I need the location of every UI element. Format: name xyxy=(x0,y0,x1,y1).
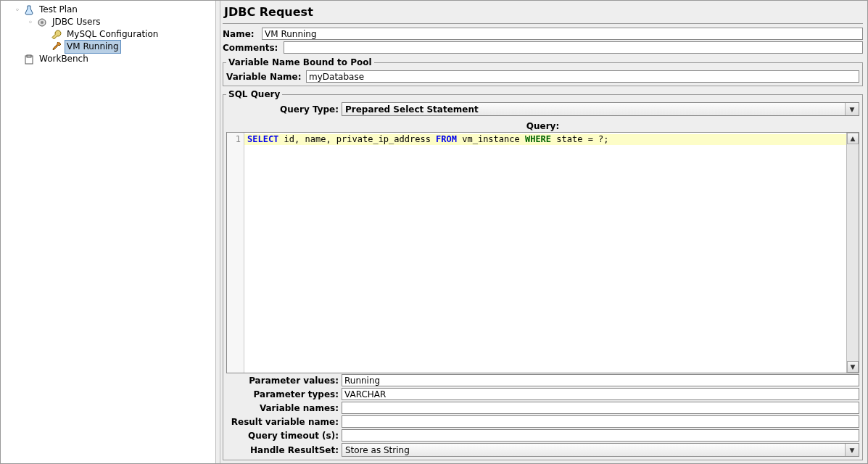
result-var-label: Result variable name: xyxy=(226,417,342,427)
query-type-combo[interactable]: Prepared Select Statement ▼ xyxy=(342,102,859,116)
variable-name-legend: Variable Name Bound to Pool xyxy=(226,57,374,67)
timeout-input[interactable] xyxy=(342,429,859,442)
svg-rect-3 xyxy=(27,55,31,57)
result-var-input[interactable] xyxy=(342,415,859,428)
name-row: Name: xyxy=(223,28,863,40)
chevron-down-icon[interactable]: ▼ xyxy=(845,444,859,456)
panel-title: JDBC Request xyxy=(223,2,863,24)
handle-rs-row: Handle ResultSet: Store as String ▼ xyxy=(226,443,859,457)
variable-name-group: Variable Name Bound to Pool Variable Nam… xyxy=(223,57,863,86)
query-section: Query: 1 SELECT id, name, private_ip_add… xyxy=(226,120,859,373)
var-names-row: Variable names: xyxy=(226,402,859,414)
handle-rs-value: Store as String xyxy=(342,445,845,455)
var-names-label: Variable names: xyxy=(226,403,342,413)
param-types-input[interactable] xyxy=(342,388,859,400)
tree-node-vm-running[interactable]: VM Running xyxy=(2,41,215,53)
tree-toggle-icon[interactable]: ◦ xyxy=(27,16,34,28)
param-values-input[interactable] xyxy=(342,374,859,386)
clipboard-icon xyxy=(22,54,36,65)
tree-label: WorkBench xyxy=(37,52,91,66)
comments-row: Comments: xyxy=(223,41,863,54)
wrench-icon xyxy=(50,29,63,41)
gear-icon xyxy=(36,17,49,28)
param-types-label: Parameter types: xyxy=(226,389,342,399)
query-editor[interactable]: 1 SELECT id, name, private_ip_address FR… xyxy=(226,132,859,373)
query-type-value: Prepared Select Statement xyxy=(342,104,845,115)
timeout-row: Query timeout (s): xyxy=(226,429,859,442)
name-label: Name: xyxy=(223,29,262,39)
tree-node-workbench[interactable]: WorkBench xyxy=(2,53,215,65)
code-area[interactable]: SELECT id, name, private_ip_address FROM… xyxy=(244,133,846,373)
var-names-input[interactable] xyxy=(342,402,859,414)
tree-pane[interactable]: ◦ Test Plan ◦ JDBC Users MySQL Configura… xyxy=(1,1,217,463)
tree-toggle-icon[interactable]: ◦ xyxy=(14,4,21,16)
vertical-scrollbar[interactable]: ▲ ▼ xyxy=(846,133,859,373)
param-types-row: Parameter types: xyxy=(226,388,859,400)
result-var-row: Result variable name: xyxy=(226,415,859,428)
name-input[interactable] xyxy=(262,28,863,40)
variable-name-label: Variable Name: xyxy=(226,72,306,82)
sql-query-legend: SQL Query xyxy=(226,89,282,99)
gutter: 1 xyxy=(227,133,244,373)
chevron-down-icon[interactable]: ▼ xyxy=(845,103,859,115)
timeout-label: Query timeout (s): xyxy=(226,431,342,441)
svg-point-1 xyxy=(41,21,44,24)
variable-name-input[interactable] xyxy=(306,70,859,83)
beaker-icon xyxy=(22,4,36,16)
gutter-line: 1 xyxy=(227,134,241,144)
query-type-label: Query Type: xyxy=(226,104,342,115)
comments-input[interactable] xyxy=(284,41,863,54)
query-header: Query: xyxy=(226,120,859,132)
sql-query-group: SQL Query Query Type: Prepared Select St… xyxy=(223,89,863,460)
tree-node-jdbc-users[interactable]: ◦ JDBC Users xyxy=(2,16,215,28)
tree-node-mysql-config[interactable]: MySQL Configuration xyxy=(2,28,215,41)
param-values-label: Parameter values: xyxy=(226,376,342,386)
code-line: SELECT id, name, private_ip_address FROM… xyxy=(247,134,843,144)
app-root: ◦ Test Plan ◦ JDBC Users MySQL Configura… xyxy=(0,0,868,464)
handle-rs-label: Handle ResultSet: xyxy=(226,445,342,455)
dropper-icon xyxy=(50,41,63,53)
comments-label: Comments: xyxy=(223,43,284,53)
tree-node-test-plan[interactable]: ◦ Test Plan xyxy=(2,4,215,16)
scroll-up-icon[interactable]: ▲ xyxy=(847,133,859,144)
param-values-row: Parameter values: xyxy=(226,374,859,386)
handle-rs-combo[interactable]: Store as String ▼ xyxy=(342,443,859,457)
details-pane: JDBC Request Name: Comments: Variable Na… xyxy=(217,1,867,463)
scroll-down-icon[interactable]: ▼ xyxy=(847,361,859,373)
query-type-row: Query Type: Prepared Select Statement ▼ xyxy=(226,102,859,116)
